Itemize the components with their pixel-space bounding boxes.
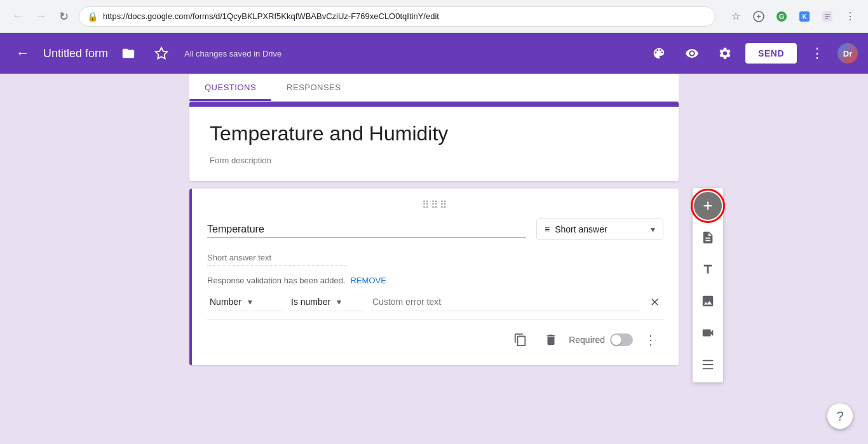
bookmark-button[interactable]: ☆	[726, 6, 746, 27]
help-button[interactable]: ?	[827, 403, 853, 429]
preview-button[interactable]	[679, 41, 705, 66]
main-content: QUESTIONS RESPONSES ⠿⠿⠿ ≡ Short answer ▾	[0, 74, 868, 444]
side-toolbar	[693, 188, 723, 382]
more-browser-button[interactable]: ⋮	[840, 6, 860, 27]
form-description-input[interactable]	[210, 153, 658, 168]
delete-question-button[interactable]	[538, 327, 564, 353]
nav-buttons: ← → ↻	[8, 6, 74, 27]
add-section-button[interactable]	[693, 349, 723, 380]
svg-text:K: K	[802, 13, 807, 20]
is-number-arrow: ▾	[337, 297, 341, 307]
add-title-button[interactable]	[693, 254, 723, 285]
drag-handle[interactable]: ⠿⠿⠿	[207, 199, 663, 211]
more-options-button[interactable]: ⋮	[804, 41, 830, 66]
number-dropdown-arrow: ▾	[248, 297, 252, 307]
import-questions-button[interactable]	[693, 222, 723, 253]
address-bar: 🔒 https://docs.google.com/forms/d/1QcyBK…	[79, 6, 715, 27]
remove-validation-button[interactable]: REMOVE	[351, 276, 386, 285]
required-toggle: Required	[569, 333, 633, 346]
question-header: ≡ Short answer ▾	[207, 219, 663, 240]
svg-marker-6	[156, 48, 167, 58]
short-answer-input[interactable]	[207, 250, 347, 266]
svg-text:G: G	[779, 13, 785, 20]
ext3-button[interactable]: K	[794, 6, 815, 27]
form-title-card	[189, 102, 679, 181]
more-question-options-button[interactable]: ⋮	[638, 327, 663, 353]
validation-row: Number ▾ Is number ▾ ✕	[207, 293, 663, 311]
number-type-dropdown[interactable]: Number ▾	[207, 293, 283, 311]
back-to-forms-button[interactable]: ←	[10, 41, 36, 66]
number-type-label: Number	[210, 297, 241, 307]
custom-error-input[interactable]	[370, 293, 641, 311]
saved-indicator: All changes saved in Drive	[184, 49, 281, 58]
copy-question-button[interactable]	[508, 327, 533, 353]
browser-actions: ☆ G K ⋮	[726, 6, 860, 27]
dropdown-arrow-icon: ▾	[651, 224, 655, 234]
divider	[207, 319, 663, 320]
form-title-input[interactable]	[210, 122, 658, 145]
lock-icon: 🔒	[87, 11, 98, 22]
short-answer-icon: ≡	[545, 224, 550, 234]
folder-button[interactable]	[116, 41, 141, 66]
ext2-button[interactable]: G	[771, 6, 792, 27]
validation-text: Response validation has been added.	[207, 276, 346, 285]
tab-questions[interactable]: QUESTIONS	[189, 74, 271, 101]
add-image-button[interactable]	[693, 286, 723, 316]
form-container: QUESTIONS RESPONSES ⠿⠿⠿ ≡ Short answer ▾	[189, 74, 679, 444]
tabs-bar: QUESTIONS RESPONSES	[189, 74, 679, 102]
avatar[interactable]: Dr	[837, 43, 858, 64]
add-video-button[interactable]	[693, 318, 723, 348]
short-answer-area	[207, 250, 663, 266]
back-button[interactable]: ←	[8, 6, 28, 27]
question-card: ⠿⠿⠿ ≡ Short answer ▾ Response validation…	[189, 189, 679, 365]
required-label: Required	[569, 335, 605, 345]
palette-button[interactable]	[646, 41, 672, 66]
question-type-label: Short answer	[555, 224, 607, 234]
star-button[interactable]	[149, 41, 174, 66]
ext1-button[interactable]	[749, 6, 769, 27]
browser-chrome: ← → ↻ 🔒 https://docs.google.com/forms/d/…	[0, 0, 868, 33]
url-text: https://docs.google.com/forms/d/1QcyBKLP…	[103, 11, 707, 21]
app-bar: ← Untitled form All changes saved in Dri…	[0, 33, 868, 74]
form-title: Untitled form	[43, 47, 108, 60]
question-type-dropdown[interactable]: ≡ Short answer ▾	[536, 219, 663, 240]
card-actions: Required ⋮	[207, 327, 663, 353]
remove-validation-row-button[interactable]: ✕	[646, 294, 663, 311]
reload-button[interactable]: ↻	[53, 6, 74, 27]
tab-responses[interactable]: RESPONSES	[271, 74, 356, 101]
question-title-input[interactable]	[207, 221, 526, 238]
required-toggle-switch[interactable]	[610, 333, 633, 346]
is-number-dropdown[interactable]: Is number ▾	[288, 293, 365, 311]
is-number-label: Is number	[291, 297, 330, 307]
settings-button[interactable]	[712, 41, 738, 66]
validation-notice: Response validation has been added. REMO…	[207, 276, 663, 285]
add-question-button[interactable]	[693, 191, 723, 221]
add-question-icon	[694, 192, 722, 220]
forward-button[interactable]: →	[31, 6, 51, 27]
send-button[interactable]: SEND	[745, 43, 797, 64]
ext4-button[interactable]	[817, 6, 837, 27]
